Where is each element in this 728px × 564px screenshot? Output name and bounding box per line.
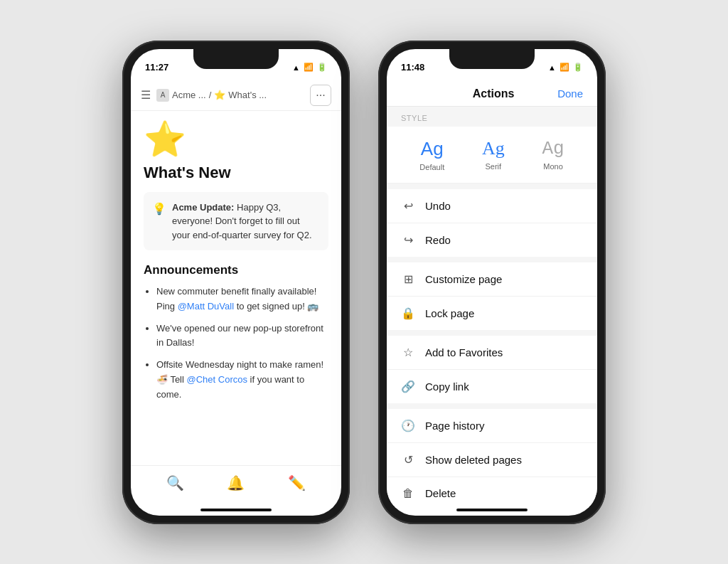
bulb-icon: 💡	[152, 201, 166, 243]
link-icon: 🔗	[401, 380, 415, 393]
list-item: New commuter benefit finally available! …	[156, 284, 328, 314]
list-item: We've opened our new pop-up storefront i…	[156, 321, 328, 351]
deleted-icon: ↺	[401, 453, 415, 467]
page-history-item[interactable]: 🕐 Page history	[387, 409, 597, 443]
signal-icon-2: ▲	[548, 63, 556, 72]
style-ag-serif: Ag	[482, 138, 505, 159]
divider-4	[387, 403, 597, 409]
delete-label: Delete	[425, 487, 456, 499]
menu-group-share: ☆ Add to Favorites 🔗 Copy link	[387, 336, 597, 403]
wifi-icon-2: 📶	[560, 63, 569, 72]
divider-3	[387, 330, 597, 336]
style-ag-default: Ag	[421, 138, 444, 160]
lock-page-item[interactable]: 🔒 Lock page	[387, 297, 597, 330]
menu-group-history: 🕐 Page history ↺ Show deleted pages 🗑 De…	[387, 409, 597, 506]
mention-chet: @Chet Corcos	[187, 374, 247, 385]
delete-item[interactable]: 🗑 Delete	[387, 477, 597, 506]
notice-box: 💡 Acme Update: Happy Q3, everyone! Don't…	[144, 192, 328, 251]
battery-icon: 🔋	[317, 63, 327, 72]
bottom-bar: 🔍 🔔 ✏️	[131, 465, 341, 506]
arrow-indicator: →	[341, 86, 341, 105]
customize-page-item[interactable]: ⊞ Customize page	[387, 262, 597, 297]
history-icon: 🕐	[401, 419, 415, 432]
page-history-label: Page history	[425, 420, 484, 432]
style-name-default: Default	[419, 163, 444, 171]
home-indicator	[200, 509, 272, 511]
show-deleted-item[interactable]: ↺ Show deleted pages	[387, 443, 597, 477]
actions-scroll[interactable]: STYLE Ag Default Ag Serif Ag Mono	[387, 107, 597, 506]
breadcrumb-sep: /	[209, 90, 212, 100]
notification-icon[interactable]: 🔔	[227, 474, 245, 491]
undo-label: Undo	[425, 200, 451, 212]
style-serif[interactable]: Ag Serif	[482, 138, 505, 171]
list-item: Offsite Wednesday night to make ramen! 🍜…	[156, 358, 328, 402]
phone-1: 11:27 ▲ 📶 🔋 ☰ A Acme ... / ⭐ What's ... …	[122, 41, 350, 524]
show-deleted-label: Show deleted pages	[425, 454, 522, 466]
notice-bold: Acme Update:	[172, 202, 234, 213]
lock-label: Lock page	[425, 307, 474, 319]
style-default[interactable]: Ag Default	[419, 138, 444, 171]
search-icon[interactable]: 🔍	[166, 474, 184, 491]
undo-icon: ↩	[401, 199, 415, 213]
breadcrumb: A Acme ... / ⭐ What's ...	[156, 89, 304, 102]
star-icon: ☆	[401, 346, 415, 359]
notch	[193, 49, 279, 69]
content-area: ⭐ What's New 💡 Acme Update: Happy Q3, ev…	[131, 111, 341, 465]
lock-icon: 🔒	[401, 307, 415, 320]
status-icons-1: ▲ 📶 🔋	[292, 63, 327, 72]
time-2: 11:48	[401, 62, 424, 73]
trash-icon: 🗑	[401, 487, 415, 500]
status-icons-2: ▲ 📶 🔋	[548, 63, 583, 72]
favorites-label: Add to Favorites	[425, 346, 503, 358]
customize-icon: ⊞	[401, 272, 415, 286]
page-title: What's New	[144, 164, 328, 182]
announcements-title: Announcements	[144, 263, 328, 277]
compose-icon[interactable]: ✏️	[288, 474, 306, 491]
actions-header: Actions Done	[387, 80, 597, 107]
redo-icon: ↪	[401, 233, 415, 247]
undo-item[interactable]: ↩ Undo	[387, 189, 597, 223]
nav-bar: ☰ A Acme ... / ⭐ What's ... ··· →	[131, 80, 341, 111]
style-row: Ag Default Ag Serif Ag Mono	[387, 127, 597, 183]
wifi-icon: 📶	[304, 63, 314, 72]
menu-group-page: ⊞ Customize page 🔒 Lock page	[387, 262, 597, 330]
breadcrumb-page: What's ...	[228, 90, 267, 100]
divider-1	[387, 183, 597, 189]
style-name-serif: Serif	[485, 162, 501, 171]
hamburger-icon[interactable]: ☰	[141, 88, 151, 102]
style-mono[interactable]: Ag Mono	[542, 138, 564, 171]
style-section-label: STYLE	[387, 107, 597, 127]
battery-icon-2: 🔋	[573, 63, 583, 72]
style-name-mono: Mono	[543, 162, 563, 171]
breadcrumb-star: ⭐	[214, 90, 225, 100]
favorites-item[interactable]: ☆ Add to Favorites	[387, 336, 597, 370]
style-ag-mono: Ag	[542, 138, 564, 159]
more-button[interactable]: ··· →	[310, 85, 331, 106]
notice-text: Acme Update: Happy Q3, everyone! Don't f…	[172, 201, 320, 243]
mention-matt: @Matt DuVall	[178, 301, 234, 312]
breadcrumb-acme: Acme ...	[172, 90, 206, 100]
notch-2	[449, 49, 535, 69]
more-icon: ···	[316, 89, 325, 102]
menu-group-undo: ↩ Undo ↪ Redo	[387, 189, 597, 257]
customize-label: Customize page	[425, 273, 502, 285]
home-indicator-2	[456, 509, 528, 511]
divider-2	[387, 257, 597, 262]
star-emoji: ⭐	[144, 122, 328, 156]
bullet-list: New commuter benefit finally available! …	[144, 284, 328, 403]
copy-link-item[interactable]: 🔗 Copy link	[387, 370, 597, 403]
phone-2: 11:48 ▲ 📶 🔋 Actions Done STYLE Ag Defaul…	[378, 41, 606, 524]
copy-link-label: Copy link	[425, 381, 469, 393]
acme-icon: A	[156, 89, 169, 102]
done-button[interactable]: Done	[557, 87, 583, 100]
signal-icon: ▲	[292, 63, 300, 72]
redo-label: Redo	[425, 234, 451, 246]
actions-title: Actions	[473, 87, 515, 100]
redo-item[interactable]: ↪ Redo	[387, 223, 597, 257]
time-1: 11:27	[145, 62, 168, 73]
